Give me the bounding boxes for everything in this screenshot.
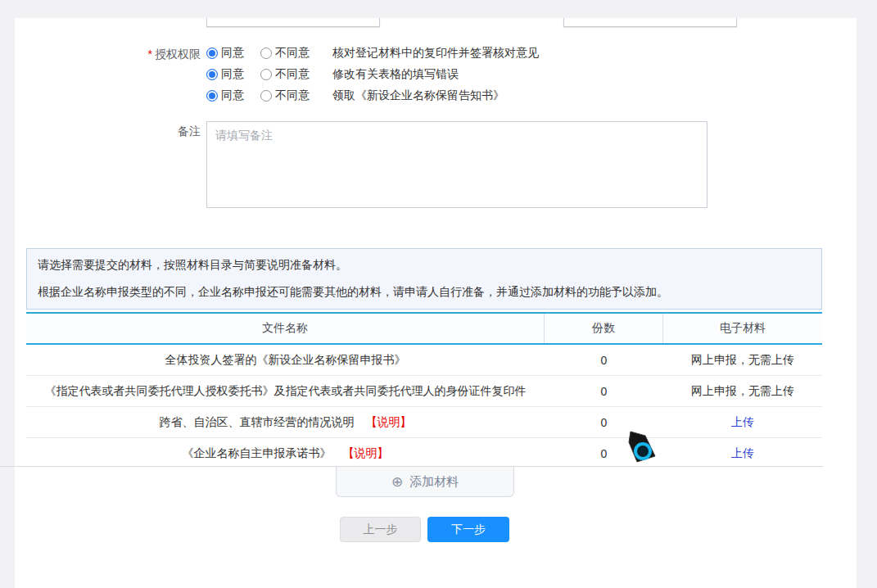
table-row: 《企业名称自主申报承诺书》【说明】0上传: [26, 438, 822, 468]
auth-option-row-2: 同意 不同意 修改有关表格的填写错误: [206, 66, 459, 83]
disagree-radio[interactable]: [260, 90, 272, 102]
file-name-text: 跨省、自治区、直辖市经营的情况说明: [160, 415, 355, 428]
agree-radio[interactable]: [206, 90, 218, 102]
top-partial-input-1[interactable]: [206, 18, 380, 27]
auth-option-desc: 核对登记材料中的复印件并签署核对意见: [332, 46, 539, 61]
auth-permission-label: *授权权限: [113, 47, 201, 62]
table-row: 《指定代表或者共同委托代理人授权委托书》及指定代表或者共同委托代理人的身份证件复…: [26, 376, 822, 407]
agree-radio[interactable]: [206, 69, 218, 80]
materials-table-header: 文件名称 份数 电子材料: [26, 312, 822, 345]
explanation-link[interactable]: 【说明】: [366, 415, 412, 428]
count-cell: 0: [545, 447, 663, 460]
disagree-label: 不同意: [275, 67, 310, 82]
agree-radio-group[interactable]: 同意: [206, 46, 244, 61]
auth-permission-label-text: 授权权限: [155, 47, 201, 61]
previous-step-button[interactable]: 上一步: [340, 517, 421, 542]
agree-label: 同意: [221, 88, 244, 103]
file-name-cell: 《指定代表或者共同委托代理人授权委托书》及指定代表或者共同委托代理人的身份证件复…: [26, 384, 545, 399]
page: { "colors": { "page_bg": "#f2f2f4", "acc…: [0, 0, 877, 588]
electronic-material-cell: 网上申报，无需上传: [663, 353, 822, 368]
electronic-material-text: 网上申报，无需上传: [691, 353, 794, 366]
electronic-material-cell: 上传: [663, 415, 822, 430]
file-name-text: 全体投资人签署的《新设企业名称保留申报书》: [165, 353, 406, 366]
remarks-textarea[interactable]: [206, 121, 707, 208]
agree-radio-group[interactable]: 同意: [206, 88, 244, 103]
table-row: 跨省、自治区、直辖市经营的情况说明【说明】0上传: [26, 407, 822, 438]
disagree-radio[interactable]: [260, 69, 272, 80]
notice-line-1: 请选择需要提交的材料，按照材料目录与简要说明准备材料。: [38, 258, 811, 273]
column-header-count: 份数: [545, 314, 663, 343]
disagree-radio-group[interactable]: 不同意: [260, 88, 310, 103]
count-cell: 0: [545, 416, 663, 429]
upload-link[interactable]: 上传: [731, 446, 754, 459]
count-cell: 0: [545, 385, 663, 398]
add-material-button[interactable]: ⊕ 添加材料: [336, 467, 514, 497]
count-cell: 0: [545, 354, 663, 367]
materials-notice-panel: 请选择需要提交的材料，按照材料目录与简要说明准备材料。 根据企业名称申报类型的不…: [26, 248, 822, 310]
column-header-file-name: 文件名称: [26, 314, 545, 343]
disagree-label: 不同意: [275, 88, 310, 103]
required-asterisk: *: [148, 47, 152, 61]
electronic-material-cell: 上传: [663, 446, 822, 461]
file-name-cell: 全体投资人签署的《新设企业名称保留申报书》: [26, 353, 545, 368]
file-name-cell: 跨省、自治区、直辖市经营的情况说明【说明】: [26, 415, 545, 430]
electronic-material-cell: 网上申报，无需上传: [663, 384, 822, 399]
electronic-material-text: 网上申报，无需上传: [691, 384, 794, 397]
disagree-radio-group[interactable]: 不同意: [260, 67, 310, 82]
column-header-electronic: 电子材料: [663, 314, 822, 343]
upload-link[interactable]: 上传: [731, 415, 754, 428]
add-material-label: 添加材料: [409, 474, 459, 490]
form-card: *授权权限 同意 不同意 核对登记材料中的复印件并签署核对意见 同意 不同意 修…: [15, 18, 857, 588]
remarks-label: 备注: [121, 124, 201, 139]
explanation-link[interactable]: 【说明】: [343, 446, 389, 459]
agree-label: 同意: [221, 67, 244, 82]
top-partial-input-2[interactable]: [563, 18, 737, 27]
plus-circle-icon: ⊕: [391, 475, 403, 489]
agree-label: 同意: [221, 46, 244, 61]
disagree-radio[interactable]: [260, 47, 272, 59]
file-name-cell: 《企业名称自主申报承诺书》【说明】: [26, 446, 545, 461]
auth-option-row-1: 同意 不同意 核对登记材料中的复印件并签署核对意见: [206, 45, 539, 61]
file-name-text: 《指定代表或者共同委托代理人授权委托书》及指定代表或者共同委托代理人的身份证件复…: [45, 384, 527, 397]
materials-table: 文件名称 份数 电子材料 全体投资人签署的《新设企业名称保留申报书》0网上申报，…: [26, 312, 822, 468]
notice-line-2: 根据企业名称申报类型的不同，企业名称申报还可能需要其他的材料，请申请人自行准备，…: [38, 285, 811, 300]
auth-option-row-3: 同意 不同意 领取《新设企业名称保留告知书》: [206, 88, 504, 104]
disagree-radio-group[interactable]: 不同意: [260, 46, 310, 61]
auth-option-desc: 领取《新设企业名称保留告知书》: [332, 88, 504, 103]
table-row: 全体投资人签署的《新设企业名称保留申报书》0网上申报，无需上传: [26, 345, 822, 376]
auth-option-desc: 修改有关表格的填写错误: [332, 67, 459, 82]
disagree-label: 不同意: [275, 46, 310, 61]
file-name-text: 《企业名称自主申报承诺书》: [183, 446, 332, 459]
agree-radio-group[interactable]: 同意: [206, 67, 244, 82]
next-step-button[interactable]: 下一步: [427, 517, 509, 542]
materials-table-body: 全体投资人签署的《新设企业名称保留申报书》0网上申报，无需上传《指定代表或者共同…: [26, 345, 822, 468]
agree-radio[interactable]: [206, 47, 218, 59]
